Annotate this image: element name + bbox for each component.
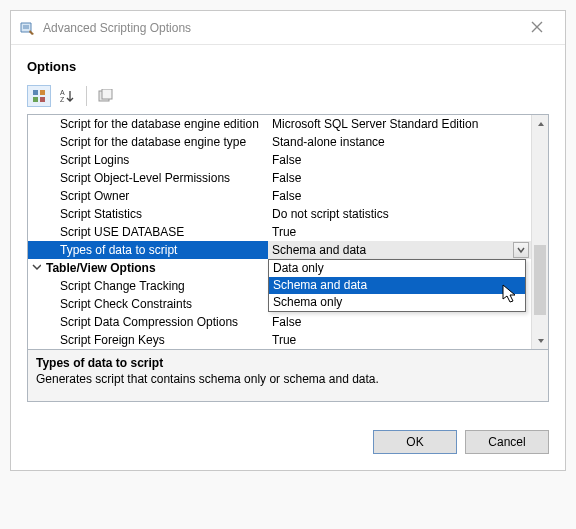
property-row[interactable]: Script Object-Level PermissionsFalse <box>28 169 531 187</box>
description-text: Generates script that contains schema on… <box>36 372 540 386</box>
toolbar-alphabetical-icon[interactable]: A Z <box>55 85 79 107</box>
property-row[interactable]: Script StatisticsDo not script statistic… <box>28 205 531 223</box>
section-heading: Options <box>27 59 549 74</box>
ok-button[interactable]: OK <box>373 430 457 454</box>
dialog-window: Advanced Scripting Options Options A Z <box>10 10 566 471</box>
dropdown-toggle-icon[interactable] <box>513 242 529 258</box>
property-value[interactable]: Schema and data <box>268 241 531 259</box>
description-panel: Types of data to script Generates script… <box>27 350 549 402</box>
property-label: Script Data Compression Options <box>28 313 268 331</box>
chevron-down-icon[interactable] <box>32 259 42 277</box>
property-label: Types of data to script <box>28 241 268 259</box>
property-value[interactable]: False <box>268 313 531 331</box>
property-label: Script Statistics <box>28 205 268 223</box>
property-value[interactable]: Microsoft SQL Server Standard Edition <box>268 115 531 133</box>
description-title: Types of data to script <box>36 356 540 370</box>
svg-rect-2 <box>33 97 38 102</box>
property-label: Script for the database engine edition <box>28 115 268 133</box>
property-value[interactable]: True <box>268 331 531 349</box>
property-row[interactable]: Script OwnerFalse <box>28 187 531 205</box>
property-label: Script Foreign Keys <box>28 331 268 349</box>
button-row: OK Cancel <box>11 414 565 470</box>
dropdown-item[interactable]: Schema and data <box>269 277 525 294</box>
property-label: Script Logins <box>28 151 268 169</box>
close-icon[interactable] <box>517 20 557 36</box>
property-row[interactable]: Script Foreign KeysTrue <box>28 331 531 349</box>
svg-text:A: A <box>60 89 65 96</box>
property-label: Script Owner <box>28 187 268 205</box>
property-label: Script Object-Level Permissions <box>28 169 268 187</box>
property-label: Script Change Tracking <box>28 277 268 295</box>
property-label: Script USE DATABASE <box>28 223 268 241</box>
property-row[interactable]: Script LoginsFalse <box>28 151 531 169</box>
toolbar: A Z <box>27 84 549 108</box>
dropdown-item[interactable]: Schema only <box>269 294 525 311</box>
property-value[interactable]: Stand-alone instance <box>268 133 531 151</box>
property-row[interactable]: Script USE DATABASETrue <box>28 223 531 241</box>
property-grid: Script for the database engine editionMi… <box>27 114 549 350</box>
scroll-up-icon[interactable] <box>532 115 548 132</box>
cancel-button[interactable]: Cancel <box>465 430 549 454</box>
dropdown-item[interactable]: Data only <box>269 260 525 277</box>
svg-rect-1 <box>40 90 45 95</box>
toolbar-pages-icon[interactable] <box>94 85 118 107</box>
svg-rect-3 <box>40 97 45 102</box>
window-title: Advanced Scripting Options <box>43 21 517 35</box>
property-value[interactable]: Do not script statistics <box>268 205 531 223</box>
property-value[interactable]: False <box>268 151 531 169</box>
property-row[interactable]: Script Data Compression OptionsFalse <box>28 313 531 331</box>
property-row[interactable]: Types of data to scriptSchema and data <box>28 241 531 259</box>
toolbar-categorized-icon[interactable] <box>27 85 51 107</box>
scroll-thumb[interactable] <box>534 245 546 315</box>
svg-rect-7 <box>102 89 112 99</box>
property-value[interactable]: False <box>268 187 531 205</box>
property-row[interactable]: Script for the database engine editionMi… <box>28 115 531 133</box>
svg-text:Z: Z <box>60 96 65 103</box>
app-icon <box>19 20 35 36</box>
scroll-down-icon[interactable] <box>532 332 548 349</box>
titlebar: Advanced Scripting Options <box>11 11 565 45</box>
property-label: Script Check Constraints <box>28 295 268 313</box>
property-value[interactable]: False <box>268 169 531 187</box>
types-of-data-dropdown[interactable]: Data onlySchema and dataSchema only <box>268 259 526 312</box>
scrollbar[interactable] <box>531 115 548 349</box>
property-value[interactable]: True <box>268 223 531 241</box>
toolbar-separator <box>86 86 87 106</box>
property-row[interactable]: Script for the database engine typeStand… <box>28 133 531 151</box>
property-label: Script for the database engine type <box>28 133 268 151</box>
property-label: Table/View Options <box>28 259 268 277</box>
svg-rect-0 <box>33 90 38 95</box>
